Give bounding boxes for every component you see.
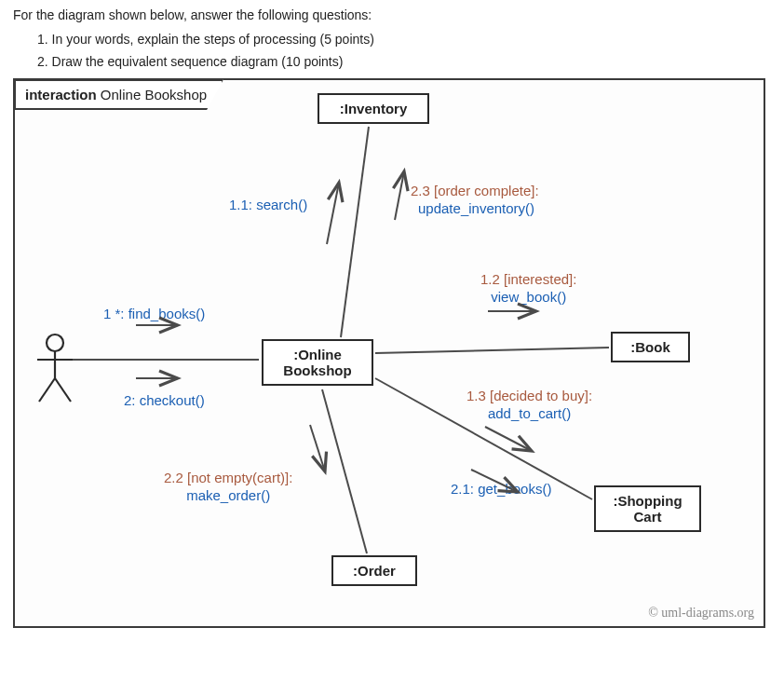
svg-line-8	[341, 127, 369, 337]
msg-1-3-guard: 1.3 [decided to buy]:	[466, 388, 592, 403]
frame-keyword: interaction	[25, 87, 97, 102]
object-online-bookshop: :Online Bookshop	[262, 339, 373, 386]
intro-text: For the diagram shown below, answer the …	[13, 7, 771, 22]
shopping-cart-line1: :Shopping	[602, 493, 694, 509]
msg-1-3-call: add_to_cart()	[488, 405, 571, 421]
svg-line-9	[327, 183, 339, 244]
svg-line-10	[395, 171, 404, 220]
msg-2-2-call: make_order()	[186, 487, 270, 503]
object-order: :Order	[331, 555, 417, 586]
online-bookshop-line2: Bookshop	[269, 362, 366, 378]
svg-line-4	[55, 378, 71, 402]
msg-2-3-call: update_inventory()	[418, 200, 534, 216]
msg-2-2-guard: 2.2 [not empty(cart)]:	[164, 470, 292, 485]
frame-title: interaction Online Bookshop	[14, 79, 223, 110]
svg-line-17	[310, 425, 325, 471]
question-1: 1. In your words, explain the steps of p…	[37, 32, 771, 47]
diagram-frame: interaction Online Bookshop :Inventory :…	[13, 78, 765, 628]
actor-icon	[32, 332, 78, 406]
msg-1-1-search: 1.1: search()	[229, 197, 307, 214]
msg-1-2-guard: 1.2 [interested]:	[480, 271, 576, 287]
svg-line-11	[375, 348, 609, 353]
svg-line-16	[322, 389, 367, 553]
msg-1-find-books: 1 *: find_books()	[103, 306, 205, 323]
msg-1-2-call: view_book()	[491, 289, 566, 305]
svg-point-0	[47, 334, 63, 351]
msg-2-3-guard: 2.3 [order complete]:	[411, 183, 539, 198]
question-2: 2. Draw the equivalent sequence diagram …	[37, 54, 771, 69]
msg-2-1-get-books: 2.1: get_books()	[451, 481, 551, 498]
credit-text: © uml-diagrams.org	[648, 606, 754, 621]
svg-line-3	[39, 378, 55, 402]
svg-line-14	[485, 427, 532, 451]
online-bookshop-line1: :Online	[269, 347, 366, 362]
object-inventory: :Inventory	[318, 93, 429, 124]
shopping-cart-line2: Cart	[602, 509, 694, 525]
object-shopping-cart: :Shopping Cart	[594, 485, 701, 532]
frame-name: Online Bookshop	[101, 87, 207, 102]
object-book: :Book	[611, 332, 690, 362]
msg-2-checkout: 2: checkout()	[124, 392, 205, 410]
